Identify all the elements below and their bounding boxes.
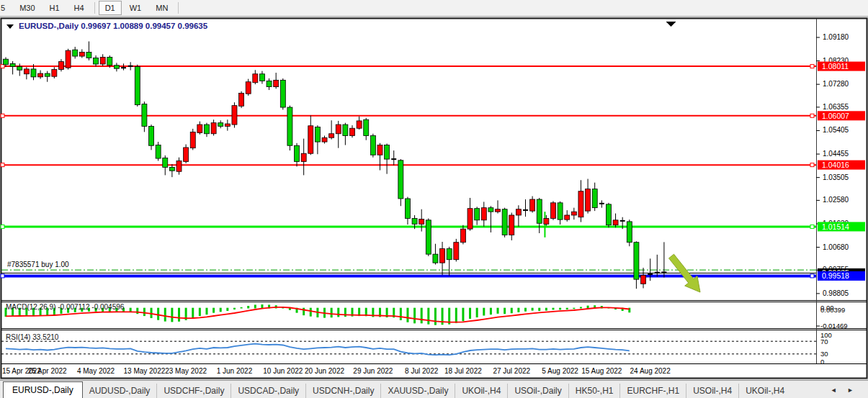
candle: [329, 134, 334, 137]
candle: [565, 215, 570, 220]
candle-doji: [121, 67, 126, 68]
candle: [454, 243, 459, 260]
symbol-tab-usdchf-daily[interactable]: USDCHF-,Daily: [156, 384, 231, 398]
candle: [253, 74, 258, 83]
line-handle[interactable]: [1, 163, 4, 167]
symbol-tab-usoil-h4[interactable]: USOil-,H4: [686, 384, 738, 398]
price-label-text: 1.06007: [822, 112, 849, 120]
price-tick-label: 0.98805: [823, 289, 849, 297]
candle: [516, 209, 521, 215]
line-handle[interactable]: [1, 114, 4, 117]
candle: [184, 148, 189, 162]
date-axis[interactable]: 15 Apr 202225 Apr 20224 May 202213 May 2…: [2, 367, 671, 375]
symbol-tab-ukoil-h4[interactable]: UKOil-,H4: [738, 384, 791, 398]
candle: [530, 199, 535, 211]
timeframe-button-h4[interactable]: H4: [68, 1, 91, 15]
line-handle[interactable]: [1, 274, 4, 278]
timeframe-button-m30[interactable]: M30: [13, 1, 41, 15]
symbol-tab-audusd-daily[interactable]: AUDUSD-,Daily: [83, 384, 157, 398]
timeframe-button-d1[interactable]: D1: [99, 1, 122, 15]
line-handle[interactable]: [810, 114, 814, 117]
candle: [606, 204, 611, 225]
timeframe-toolbar: 5M30H1H4D1W1MN: [0, 0, 868, 17]
candle: [481, 208, 486, 220]
candle-doji: [648, 273, 653, 275]
date-label: 25 Apr 2022: [28, 367, 67, 375]
candle: [426, 220, 431, 254]
timeframe-button-w1[interactable]: W1: [123, 1, 148, 15]
candle: [433, 254, 438, 263]
macd-axis-min: -0.01469: [820, 322, 848, 330]
candle: [66, 50, 71, 68]
candle: [350, 128, 355, 135]
line-handle[interactable]: [810, 274, 814, 278]
candle: [218, 123, 223, 127]
price-tick-label: 1.04455: [823, 150, 849, 158]
line-handle[interactable]: [1, 65, 4, 68]
candle: [308, 126, 313, 153]
candle: [100, 57, 105, 64]
symbol-tab-eurusd-daily[interactable]: EURUSD-,Daily: [3, 381, 83, 398]
candle-doji: [523, 209, 528, 211]
chart-window-frame: [1, 19, 867, 379]
chart-canvas[interactable]: 1.091801.082301.072801.063551.054051.044…: [0, 16, 868, 380]
candle: [544, 218, 549, 224]
candle: [274, 80, 279, 86]
candle: [586, 189, 591, 212]
candle: [550, 203, 555, 219]
candle: [10, 63, 15, 66]
line-handle[interactable]: [1, 225, 4, 228]
symbol-tab-ukoil-h4[interactable]: UKOil-,H4: [455, 384, 507, 398]
candle: [502, 209, 507, 235]
timeframe-button-h1[interactable]: H1: [43, 1, 66, 15]
symbol-tab-xauusd-daily[interactable]: XAUUSD-,Daily: [380, 384, 455, 398]
candle: [94, 58, 99, 64]
symbol-tab-usdcnh-daily[interactable]: USDCNH-,Daily: [305, 384, 380, 398]
line-handle[interactable]: [810, 163, 814, 167]
candle: [176, 161, 182, 172]
price-label-1.01514: 1.01514: [818, 222, 865, 231]
symbol-tab-hk50-h1[interactable]: HK50-,H1: [568, 384, 620, 398]
rsi-axis-70: 70: [820, 338, 828, 345]
candle: [287, 107, 292, 145]
toolbar-separator: [178, 2, 179, 14]
line-handle[interactable]: [810, 225, 814, 228]
price-tick-label: 1.06355: [823, 103, 849, 111]
candle: [114, 65, 119, 68]
candle-doji: [620, 220, 625, 222]
tab-scroll-arrows[interactable]: ◄ ►: [831, 386, 858, 394]
symbol-tab-usoil-daily[interactable]: USOil-,Daily: [507, 384, 568, 398]
candle: [315, 127, 320, 143]
timeframe-button-mn[interactable]: MN: [149, 1, 174, 15]
candle: [295, 145, 300, 161]
candle: [107, 57, 112, 65]
candle: [24, 69, 29, 74]
date-label: 8 Jul 2022: [405, 367, 439, 375]
candle: [301, 153, 306, 161]
candle: [204, 125, 209, 134]
price-tick-label: 1.00680: [823, 243, 849, 251]
candle: [58, 62, 63, 70]
candle: [142, 104, 147, 127]
rsi-indicator-label: RSI(14) 33.5210: [6, 333, 59, 341]
symbol-tabbar: EURUSD-,DailyAUDUSD-,DailyUSDCHF-,DailyU…: [0, 380, 868, 398]
candle: [232, 106, 237, 125]
candle: [156, 145, 161, 159]
candle: [405, 199, 410, 218]
candle: [419, 219, 424, 224]
symbol-tab-eurchf-h1[interactable]: EURCHF-,H1: [619, 384, 686, 398]
candle: [460, 229, 465, 243]
candle: [496, 209, 501, 212]
date-label: 15 Aug 2022: [581, 367, 622, 375]
candle: [4, 59, 9, 65]
symbol-tab-usdcad-daily[interactable]: USDCAD-,Daily: [231, 384, 305, 398]
candle: [364, 119, 369, 135]
candle-doji: [128, 65, 133, 67]
candle: [73, 50, 78, 56]
rsi-axis-0: 0: [820, 358, 824, 366]
price-tick-label: 1.05405: [823, 126, 849, 134]
date-label: 4 May 2022: [77, 367, 115, 375]
line-handle[interactable]: [810, 65, 814, 68]
candle: [571, 212, 576, 215]
timeframe-button-5[interactable]: 5: [0, 1, 12, 15]
